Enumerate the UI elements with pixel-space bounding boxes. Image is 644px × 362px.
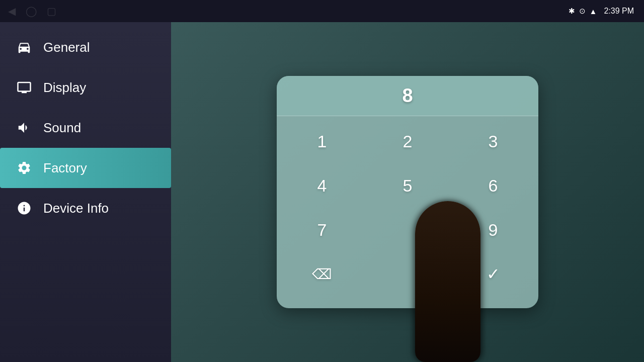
bluetooth-icon: ✱ (569, 7, 575, 16)
location-icon: ⊙ (579, 7, 586, 16)
sidebar-item-factory[interactable]: Factory (0, 148, 171, 188)
numpad-key-2[interactable]: 2 (372, 121, 443, 161)
numpad-zero-placeholder (372, 254, 443, 294)
numpad-key-8-placeholder (372, 210, 443, 250)
sidebar-item-general-label: General (43, 40, 90, 55)
numpad-dialog: 8 1 2 3 4 5 6 7 9 ⌫ ✓ (277, 76, 538, 308)
wifi-icon: ▲ (590, 7, 597, 16)
sidebar-item-display[interactable]: Display (0, 67, 171, 108)
numpad-backspace-button[interactable]: ⌫ (287, 254, 357, 294)
numpad-row-4: ⌫ ✓ (287, 254, 528, 294)
display-icon (15, 78, 33, 97)
status-icons: ✱ ⊙ ▲ 2:39 PM (569, 7, 634, 16)
numpad-keys: 1 2 3 4 5 6 7 9 ⌫ ✓ (277, 116, 538, 308)
sidebar-item-sound[interactable]: Sound (0, 108, 171, 148)
numpad-display: 8 (277, 76, 538, 116)
numpad-confirm-button[interactable]: ✓ (458, 254, 528, 294)
numpad-key-4[interactable]: 4 (287, 165, 357, 206)
numpad-display-value: 8 (402, 85, 413, 107)
numpad-key-1[interactable]: 1 (287, 121, 357, 161)
status-time: 2:39 PM (604, 7, 634, 16)
sidebar: General Display Sound Factory (0, 22, 171, 362)
main-content: 8 1 2 3 4 5 6 7 9 ⌫ ✓ (171, 22, 644, 362)
numpad-row-1: 1 2 3 (287, 121, 528, 161)
sidebar-item-device-info-label: Device Info (43, 201, 109, 216)
numpad-key-9[interactable]: 9 (458, 210, 528, 250)
sidebar-item-general[interactable]: General (0, 27, 171, 67)
status-bar: ✱ ⊙ ▲ 2:39 PM (0, 0, 644, 22)
numpad-key-5[interactable]: 5 (372, 165, 443, 206)
info-icon (15, 199, 33, 217)
numpad-key-7[interactable]: 7 (287, 210, 357, 250)
sidebar-item-display-label: Display (43, 80, 86, 96)
gear-icon (15, 159, 33, 177)
sidebar-item-factory-label: Factory (43, 160, 87, 176)
car-icon (15, 38, 33, 56)
numpad-key-3[interactable]: 3 (458, 121, 528, 161)
sidebar-item-device-info[interactable]: Device Info (0, 188, 171, 228)
sound-icon (15, 119, 33, 137)
numpad-key-6[interactable]: 6 (458, 165, 528, 206)
numpad-row-2: 4 5 6 (287, 165, 528, 206)
numpad-row-3: 7 9 (287, 210, 528, 250)
sidebar-item-sound-label: Sound (43, 120, 81, 136)
